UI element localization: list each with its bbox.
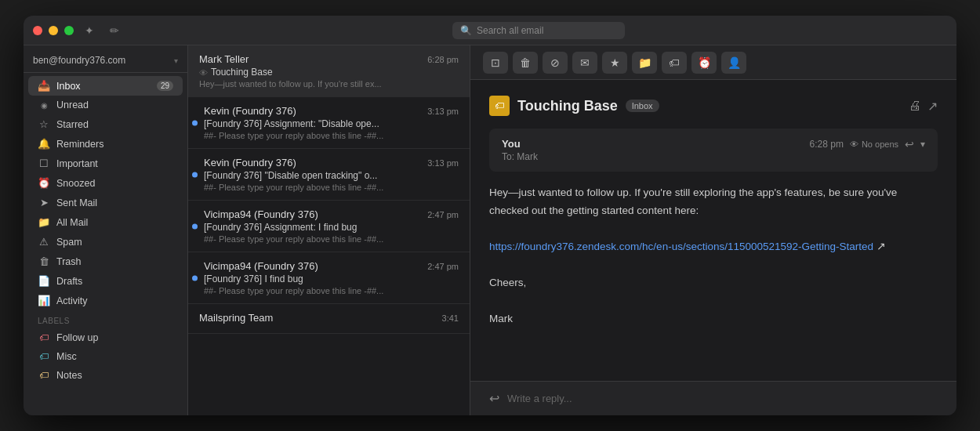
- sidebar-item-followup[interactable]: 🏷 Follow up: [28, 328, 183, 347]
- email-to: To: Mark: [502, 151, 538, 162]
- inbox-badge: 29: [157, 81, 173, 91]
- sidebar-item-label: Snoozed: [56, 178, 95, 189]
- sidebar-item-label: All Mail: [56, 217, 88, 228]
- email-preview: ##- Please type your reply above this li…: [204, 234, 459, 244]
- print-icon[interactable]: 🖨: [909, 99, 921, 114]
- user-email: ben@foundry376.com: [33, 55, 125, 66]
- user-account[interactable]: ben@foundry376.com ▾: [24, 52, 187, 73]
- email-item[interactable]: Mark Teller 6:28 pm 👁 Touching Base Hey—…: [188, 45, 470, 97]
- email-meta-header: You To: Mark 6:28 pm 👁 No opens ↩ ▾: [502, 138, 925, 162]
- sidebar-item-trash[interactable]: 🗑 Trash: [28, 252, 183, 271]
- search-input[interactable]: [477, 25, 602, 36]
- email-toolbar: ⊡ 🗑 ⊘ ✉ ★ 📁 🏷 ⏰ 👤: [470, 45, 956, 80]
- sidebar-item-important[interactable]: ☐ Important: [28, 154, 183, 173]
- email-subject: [Foundry 376] I find bug: [204, 273, 459, 284]
- move-button[interactable]: 📁: [632, 52, 657, 74]
- email-preview: ##- Please type your reply above this li…: [204, 131, 459, 140]
- search-icon: 🔍: [460, 25, 472, 36]
- sidebar-item-label: Spam: [56, 237, 82, 248]
- unread-indicator: [192, 120, 198, 125]
- sidebar-item-label: Drafts: [56, 276, 82, 287]
- sidebar-item-reminders[interactable]: 🔔 Reminders: [28, 134, 183, 154]
- label-icon-glyph: 🏷: [495, 100, 504, 111]
- email-meta: You To: Mark 6:28 pm 👁 No opens ↩ ▾: [489, 129, 938, 172]
- contact-button[interactable]: 👤: [721, 52, 746, 74]
- email-time: 2:47 pm: [427, 262, 459, 271]
- sidebar-item-spam[interactable]: ⚠ Spam: [28, 232, 183, 252]
- email-body: Hey—just wanted to follow up. If you're …: [489, 184, 938, 328]
- external-link-icon[interactable]: ↗: [927, 99, 938, 114]
- reply-button[interactable]: ↩: [905, 138, 914, 150]
- email-sender: Mailspring Team: [199, 312, 273, 324]
- sidebar-item-label: Reminders: [56, 139, 103, 150]
- email-preview: ##- Please type your reply above this li…: [204, 286, 459, 295]
- email-item-header: Mailspring Team 3:41: [199, 312, 459, 324]
- email-item[interactable]: Vicimpa94 (Foundry 376) 2:47 pm [Foundry…: [188, 201, 470, 252]
- sidebar-item-misc[interactable]: 🏷 Misc: [28, 347, 183, 366]
- email-meta-right: 6:28 pm 👁 No opens ↩ ▾: [810, 138, 925, 150]
- email-time: 6:28 pm: [427, 55, 459, 64]
- email-time: 2:47 pm: [427, 210, 459, 219]
- email-item-header: Vicimpa94 (Foundry 376) 2:47 pm: [204, 208, 459, 220]
- search-bar[interactable]: 🔍: [452, 22, 625, 39]
- report-button[interactable]: ⊘: [543, 52, 568, 74]
- unread-indicator: [192, 275, 198, 281]
- sidebar-item-notes[interactable]: 🏷 Notes: [28, 366, 183, 385]
- email-sender: Kevin (Foundry 376): [204, 157, 296, 168]
- email-item[interactable]: Mailspring Team 3:41: [188, 304, 470, 334]
- email-item[interactable]: Vicimpa94 (Foundry 376) 2:47 pm [Foundry…: [188, 252, 470, 304]
- email-item[interactable]: Kevin (Foundry 376) 3:13 pm [Foundry 376…: [188, 97, 470, 149]
- email-item[interactable]: Kevin (Foundry 376) 3:13 pm [Foundry 376…: [188, 149, 470, 201]
- titlebar: ✦ ✏ 🔍: [24, 16, 956, 45]
- important-icon: ☐: [38, 158, 50, 169]
- expand-button[interactable]: ▾: [920, 139, 925, 150]
- email-time: 3:13 pm: [427, 107, 459, 116]
- snooze-button[interactable]: ⏰: [691, 52, 717, 74]
- sidebar-item-drafts[interactable]: 📄 Drafts: [28, 271, 183, 291]
- email-timestamp: 6:28 pm: [810, 139, 844, 150]
- body-link[interactable]: https://foundry376.zendesk.com/hc/en-us/…: [489, 241, 873, 252]
- delete-button[interactable]: 🗑: [513, 52, 538, 74]
- sidebar-item-activity[interactable]: 📊 Activity: [28, 291, 183, 310]
- close-button[interactable]: [33, 26, 42, 35]
- chevron-down-icon: ▾: [174, 56, 178, 65]
- bell-icon: 🔔: [38, 138, 50, 150]
- email-item-header: Kevin (Foundry 376) 3:13 pm: [204, 157, 459, 168]
- sidebar-item-unread[interactable]: ◉ Unread: [28, 96, 183, 114]
- unread-indicator: [192, 172, 198, 177]
- email-preview: Hey—just wanted to follow up. If you're …: [199, 79, 459, 89]
- sidebar-item-starred[interactable]: ☆ Starred: [28, 114, 183, 134]
- email-time: 3:41: [442, 313, 459, 323]
- email-subject: [Foundry 376] Assignment: "Disable ope..…: [204, 118, 459, 129]
- label-button[interactable]: 🏷: [662, 52, 687, 74]
- cheers-text: Cheers,: [489, 274, 938, 292]
- sidebar-item-label: Inbox: [56, 81, 81, 92]
- email-subject: [Foundry 376] "Disable open tracking" o.…: [204, 170, 459, 181]
- compose-icon[interactable]: ✏: [105, 21, 124, 40]
- email-sender: Mark Teller: [199, 53, 249, 65]
- sidebar-item-label: Misc: [56, 351, 77, 362]
- minimize-button[interactable]: [49, 26, 58, 35]
- maximize-button[interactable]: [64, 26, 74, 35]
- reply-area[interactable]: ↩ Write a reply...: [470, 381, 956, 415]
- sidebar-item-sent[interactable]: ➤ Sent Mail: [28, 193, 183, 212]
- star-button[interactable]: ★: [602, 52, 627, 74]
- tag-icon: 🏷: [38, 370, 50, 381]
- pin-icon[interactable]: ✦: [80, 21, 99, 40]
- sidebar-item-inbox[interactable]: 📥 Inbox 29: [28, 76, 183, 96]
- sidebar-item-allmail[interactable]: 📁 All Mail: [28, 212, 183, 232]
- body-paragraph: Hey—just wanted to follow up. If you're …: [489, 184, 938, 256]
- email-sender: Kevin (Foundry 376): [204, 105, 296, 117]
- sidebar-item-snoozed[interactable]: ⏰ Snoozed: [28, 173, 183, 193]
- star-icon: ☆: [38, 118, 50, 130]
- email-preview: ##- Please type your reply above this li…: [204, 183, 459, 192]
- sidebar-item-label: Important: [56, 158, 98, 169]
- sent-icon: ➤: [38, 197, 50, 208]
- sidebar-item-label: Activity: [56, 295, 88, 306]
- eye-icon: 👁: [850, 139, 858, 149]
- archive-button[interactable]: ⊡: [483, 52, 508, 74]
- unread-indicator: [192, 223, 198, 229]
- sidebar-item-label: Starred: [56, 119, 89, 130]
- forward-button[interactable]: ✉: [572, 52, 597, 74]
- reply-input[interactable]: Write a reply...: [507, 393, 938, 404]
